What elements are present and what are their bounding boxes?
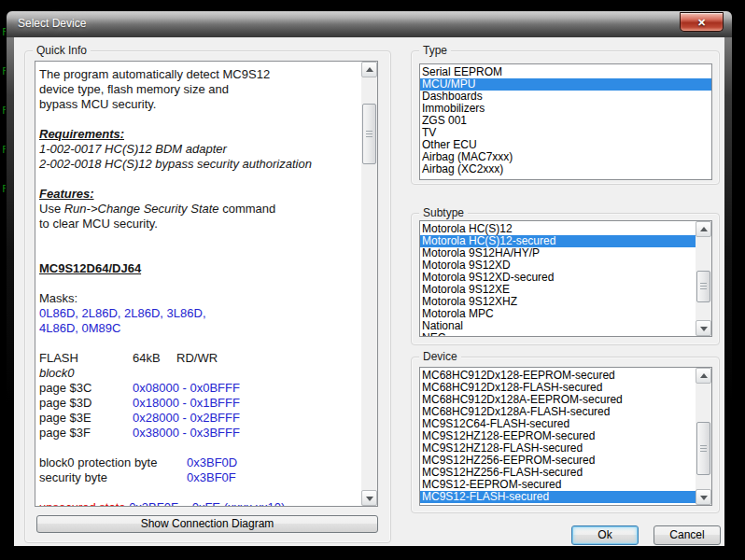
quick-info-group: Quick Info The program automatically det… (24, 50, 391, 543)
chevron-up-icon (700, 227, 708, 231)
subtype-label: Subtype (419, 206, 468, 219)
window-title: Select Device (18, 17, 86, 30)
device-label: Device (419, 350, 461, 363)
features-heading: Features: (39, 187, 94, 201)
protection-byte-value: 0x3BF0D (187, 455, 237, 469)
page-label: page $3D (39, 396, 133, 411)
mask-list: 4L86D, 0M89C (39, 321, 120, 335)
device-listbox[interactable]: MC68HC912Dx128-EEPROM-secured MC68HC912D… (419, 367, 712, 506)
text-line: 1-002-0017 HC(S)12 BDM adapter (39, 142, 227, 156)
scrollbar-thumb[interactable] (362, 104, 376, 164)
subtype-group: Subtype Motorola HC(S)12 Motorola HC(S)1… (411, 213, 720, 345)
device-scrollbar[interactable] (696, 368, 711, 505)
text-line: bypass MCU security. (39, 97, 361, 112)
list-item-selected[interactable]: MC9S12-FLASH-secured (420, 491, 696, 503)
list-item[interactable]: ZGS 001 (420, 115, 711, 127)
security-byte-label: security byte (39, 470, 187, 485)
list-item[interactable]: Airbag (XC2xxx) (420, 163, 711, 175)
flash-label: FLASH (39, 351, 133, 366)
chevron-down-icon (366, 497, 373, 501)
block-label: block0 (39, 366, 75, 380)
text-line: to clear MCU security. (39, 217, 361, 231)
menu-path-text: Run->Change Security State (64, 202, 219, 216)
security-byte-value: 0x3BF0F (187, 470, 236, 484)
address-range: 0x18000 - 0x1BFFF (133, 396, 240, 410)
title-bar[interactable]: Select Device ✕ (7, 11, 732, 37)
page-label: page $3F (39, 426, 133, 441)
flash-size: 64kB (133, 351, 176, 366)
quickinfo-scrollbar[interactable] (361, 62, 377, 506)
chevron-up-icon (700, 373, 708, 378)
cancel-button[interactable]: Cancel (654, 525, 721, 545)
scroll-down-button[interactable] (696, 320, 711, 336)
text-line: The program automatically detect MC9S12 (39, 67, 361, 82)
scroll-up-button[interactable] (361, 62, 377, 77)
unsecured-state-label: unsecured state (39, 500, 129, 506)
list-item[interactable]: National (420, 320, 696, 332)
chevron-up-icon (366, 67, 373, 72)
address-range: 0x08000 - 0x0BFFF (133, 381, 240, 395)
ok-button[interactable]: Ok (571, 525, 639, 545)
text-line: command (219, 202, 276, 216)
address-range: 0x38000 - 0x3BFFF (133, 426, 240, 440)
chevron-down-icon (700, 496, 708, 500)
type-group: Type Serial EEPROM MCU/MPU Dashboards Im… (411, 50, 720, 185)
masks-heading: Masks: (39, 291, 361, 306)
dialog-client-area: Quick Info The program automatically det… (14, 37, 724, 546)
scroll-up-button[interactable] (696, 221, 711, 237)
scroll-up-button[interactable] (696, 368, 711, 384)
text-line: device type, flash memory size and (39, 82, 361, 97)
device-group: Device MC68HC912Dx128-EEPROM-secured MC6… (411, 357, 720, 513)
page-label: page $3E (39, 411, 133, 426)
scroll-down-button[interactable] (361, 490, 377, 506)
quick-info-label: Quick Info (33, 44, 91, 57)
type-listbox[interactable]: Serial EEPROM MCU/MPU Dashboards Immobil… (419, 63, 712, 180)
page-label: page $3C (39, 381, 133, 396)
show-connection-diagram-button[interactable]: Show Connection Diagram (36, 515, 378, 533)
requirements-heading: Requirements: (39, 127, 124, 141)
device-name-heading: MC9S12D64/DJ64 (39, 261, 141, 275)
protection-byte-label: block0 protection byte (39, 455, 187, 470)
select-device-dialog: Select Device ✕ Quick Info The program a… (7, 11, 732, 553)
quick-info-panel[interactable]: The program automatically detect MC9S12 … (35, 61, 378, 507)
text-line: Use (39, 202, 64, 216)
scrollbar-thumb[interactable] (696, 422, 710, 475)
subtype-scrollbar[interactable] (696, 221, 711, 336)
type-label: Type (419, 44, 451, 57)
text-line: 2-002-0018 HC(S)12 bypass security autho… (39, 157, 312, 171)
subtype-listbox[interactable]: Motorola HC(S)12 Motorola HC(S)12-secure… (419, 220, 712, 337)
mask-list: 0L86D, 2L86D, 2L86D, 3L86D, (39, 306, 206, 320)
scroll-down-button[interactable] (696, 489, 711, 505)
unsecured-state-value: 0x3BF0F = 0xFE (xxxx xx10) (129, 500, 285, 506)
chevron-down-icon (700, 327, 708, 331)
address-range: 0x28000 - 0x2BFFF (133, 411, 240, 425)
close-icon: ✕ (697, 17, 706, 28)
quick-info-text: The program automatically detect MC9S12 … (35, 62, 361, 506)
list-item[interactable]: NEC (420, 332, 696, 337)
scrollbar-thumb[interactable] (696, 271, 710, 302)
close-button[interactable]: ✕ (680, 12, 724, 32)
flash-access: RD/WR (176, 351, 218, 365)
